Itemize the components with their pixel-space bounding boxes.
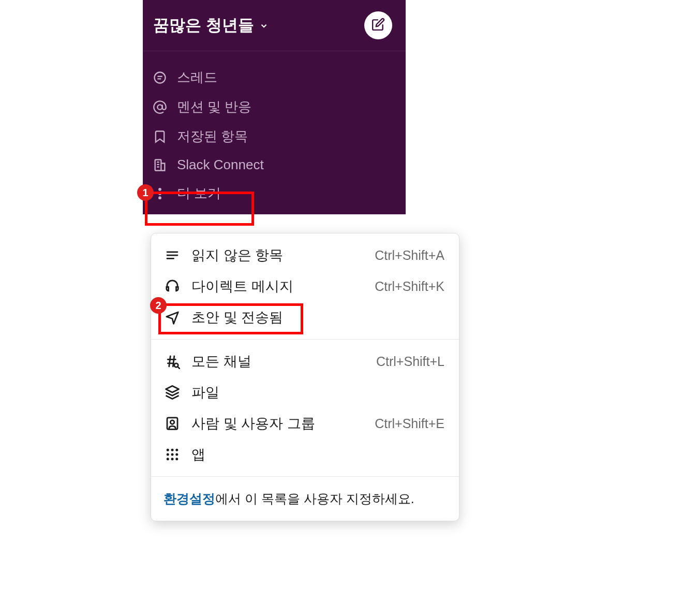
sidebar-nav: 스레드 멘션 및 반응 저장된 항목 Slack Connect 더 보기 — [143, 51, 406, 214]
sidebar-item-saved[interactable]: 저장된 항목 — [143, 122, 406, 151]
headset-icon — [164, 277, 181, 295]
compose-button[interactable] — [364, 11, 392, 39]
popover-item-label: 사람 및 사용자 그룹 — [191, 414, 364, 433]
list-icon — [164, 246, 181, 264]
compose-icon — [372, 18, 385, 33]
thread-icon — [152, 70, 168, 85]
more-popover: 읽지 않은 항목 Ctrl+Shift+A 다이렉트 메시지 Ctrl+Shif… — [151, 233, 459, 521]
svg-point-0 — [155, 72, 166, 83]
sidebar-item-slack-connect[interactable]: Slack Connect — [143, 151, 406, 179]
workspace-name: 꿈많은 청년들 — [153, 14, 254, 36]
popover-item-files[interactable]: 파일 — [151, 377, 459, 408]
svg-point-24 — [171, 449, 174, 451]
svg-point-28 — [175, 453, 178, 456]
popover-item-all-channels[interactable]: 모든 채널 Ctrl+Shift+L — [151, 346, 459, 377]
popover-item-shortcut: Ctrl+Shift+K — [375, 279, 444, 294]
popover-item-label: 초안 및 전송됨 — [191, 308, 434, 327]
popover-item-unread[interactable]: 읽지 않은 항목 Ctrl+Shift+A — [151, 240, 459, 271]
sidebar-item-more[interactable]: 더 보기 — [143, 179, 406, 208]
sidebar-item-label: 스레드 — [177, 68, 217, 86]
apps-grid-icon — [164, 446, 181, 463]
hash-search-icon — [164, 353, 181, 370]
annotation-badge-2: 2 — [150, 297, 167, 314]
svg-point-26 — [167, 453, 169, 456]
mention-icon — [152, 99, 168, 115]
popover-item-label: 모든 채널 — [191, 352, 366, 371]
building-icon — [152, 157, 168, 173]
sidebar-item-label: 저장된 항목 — [177, 127, 248, 145]
popover-section-2: 모든 채널 Ctrl+Shift+L 파일 사람 및 사용자 그룹 Ctrl+S… — [151, 339, 459, 476]
preferences-link[interactable]: 환경설정 — [164, 491, 215, 506]
send-icon — [164, 309, 181, 326]
popover-item-shortcut: Ctrl+Shift+E — [375, 416, 444, 431]
sidebar-item-threads[interactable]: 스레드 — [143, 63, 406, 92]
popover-item-shortcut: Ctrl+Shift+L — [376, 354, 444, 369]
svg-point-9 — [159, 192, 161, 195]
popover-item-shortcut: Ctrl+Shift+A — [375, 248, 444, 263]
sidebar-item-label: 멘션 및 반응 — [177, 98, 251, 116]
svg-point-3 — [157, 105, 162, 109]
popover-item-dm[interactable]: 다이렉트 메시지 Ctrl+Shift+K — [151, 271, 459, 302]
popover-section-1: 읽지 않은 항목 Ctrl+Shift+A 다이렉트 메시지 Ctrl+Shif… — [151, 233, 459, 339]
svg-point-23 — [167, 449, 169, 451]
sidebar-item-mentions[interactable]: 멘션 및 반응 — [143, 92, 406, 122]
annotation-badge-1: 1 — [137, 184, 154, 201]
svg-point-25 — [175, 449, 178, 451]
bookmark-icon — [152, 129, 168, 144]
chevron-down-icon — [259, 16, 269, 35]
svg-point-22 — [170, 420, 174, 424]
svg-point-8 — [159, 188, 161, 190]
svg-line-19 — [178, 367, 180, 369]
sidebar-item-label: Slack Connect — [177, 157, 264, 173]
popover-item-label: 다이렉트 메시지 — [191, 277, 364, 296]
svg-marker-20 — [166, 386, 179, 393]
popover-footer-text: 에서 이 목록을 사용자 지정하세요. — [215, 491, 414, 506]
svg-line-16 — [169, 356, 171, 366]
sidebar-item-label: 더 보기 — [177, 184, 221, 202]
popover-footer: 환경설정에서 이 목록을 사용자 지정하세요. — [151, 476, 459, 521]
sidebar-header: 꿈많은 청년들 — [143, 0, 406, 51]
contacts-icon — [164, 415, 181, 432]
popover-item-people[interactable]: 사람 및 사용자 그룹 Ctrl+Shift+E — [151, 408, 459, 439]
popover-item-drafts[interactable]: 초안 및 전송됨 — [151, 302, 459, 333]
workspace-switcher[interactable]: 꿈많은 청년들 — [153, 14, 269, 36]
svg-point-29 — [167, 458, 169, 460]
more-vertical-icon — [152, 186, 168, 201]
popover-item-label: 앱 — [191, 445, 434, 464]
svg-point-10 — [159, 196, 161, 199]
svg-point-30 — [171, 458, 174, 460]
svg-point-31 — [175, 458, 178, 460]
popover-item-apps[interactable]: 앱 — [151, 439, 459, 470]
popover-item-label: 파일 — [191, 383, 434, 402]
layers-icon — [164, 384, 181, 401]
sidebar: 꿈많은 청년들 스레드 멘션 및 반응 — [143, 0, 406, 214]
svg-point-27 — [171, 453, 174, 456]
popover-item-label: 읽지 않은 항목 — [191, 246, 364, 265]
